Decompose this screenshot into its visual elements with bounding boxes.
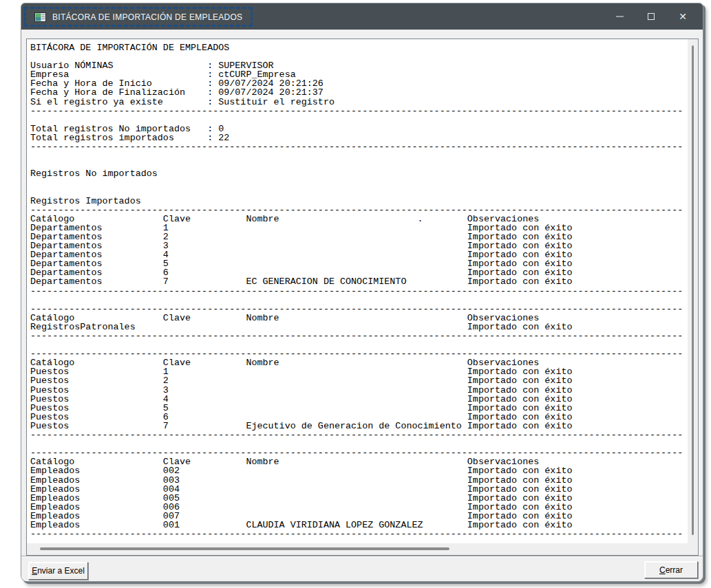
horizontal-scrollbar-thumb[interactable] bbox=[40, 547, 449, 550]
maximize-icon bbox=[648, 13, 655, 20]
report-viewer: BITÁCORA DE IMPORTACIÓN DE EMPLEADOS Usu… bbox=[26, 39, 699, 556]
cerrar-button[interactable]: Cerrar bbox=[644, 561, 698, 578]
window-controls: ✕ bbox=[604, 3, 699, 30]
window-title: BITÁCORA DE IMPORTACIÓN DE EMPLEADOS bbox=[52, 12, 242, 22]
report-text-area[interactable]: BITÁCORA DE IMPORTACIÓN DE EMPLEADOS Usu… bbox=[27, 39, 688, 543]
dialog-client-area: BITÁCORA DE IMPORTACIÓN DE EMPLEADOS Usu… bbox=[21, 30, 703, 581]
minimize-icon bbox=[616, 16, 624, 17]
report-text: BITÁCORA DE IMPORTACIÓN DE EMPLEADOS Usu… bbox=[27, 39, 688, 538]
report-icon bbox=[34, 12, 46, 22]
dialog-window: BITÁCORA DE IMPORTACIÓN DE EMPLEADOS ✕ B… bbox=[21, 3, 703, 582]
minimize-button[interactable] bbox=[604, 3, 635, 30]
vertical-scrollbar-thumb[interactable] bbox=[692, 45, 694, 535]
title-bar[interactable]: BITÁCORA DE IMPORTACIÓN DE EMPLEADOS ✕ bbox=[21, 3, 703, 30]
separator-rule bbox=[21, 556, 703, 557]
titlebar-close-button[interactable]: ✕ bbox=[667, 3, 699, 30]
vertical-scrollbar[interactable] bbox=[688, 39, 698, 543]
export-excel-button[interactable]: Enviar a Excel bbox=[28, 562, 88, 580]
maximize-button[interactable] bbox=[635, 3, 667, 30]
title-focus-outline: BITÁCORA DE IMPORTACIÓN DE EMPLEADOS bbox=[24, 7, 253, 27]
horizontal-scrollbar[interactable] bbox=[27, 543, 688, 555]
close-icon: ✕ bbox=[679, 12, 687, 21]
